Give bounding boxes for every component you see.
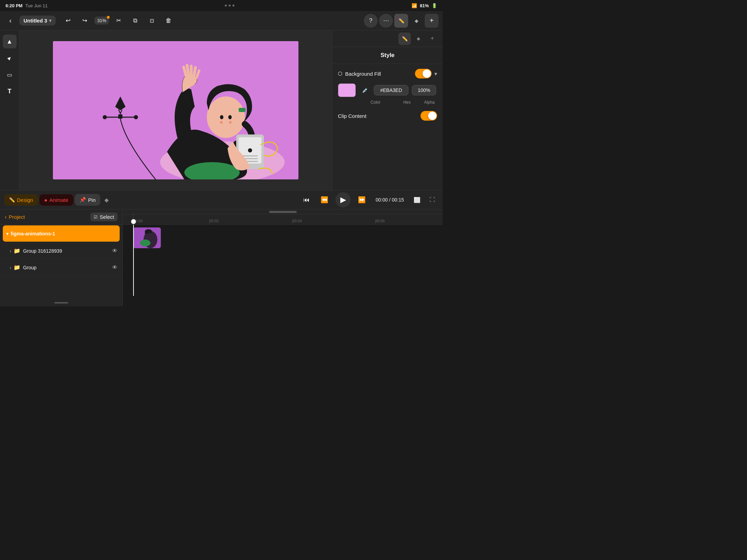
background-fill-chevron[interactable]: ▾ (434, 71, 437, 77)
style-tab[interactable]: ✏️ (398, 32, 411, 45)
rewind-button[interactable]: ⏮ (299, 193, 313, 207)
project-nav-button[interactable]: ‹ Project (5, 214, 25, 220)
play-button[interactable]: ▶ (335, 192, 351, 207)
ruler-line-3 (375, 222, 376, 224)
background-fill-section: ⬡ Background Fill ▾ 💉 #EBA3ED 100% (332, 64, 443, 125)
select-tool[interactable]: ▲ (3, 35, 17, 48)
assets-panel-button[interactable]: ◆ (409, 14, 423, 28)
clip-toggle-knob (428, 112, 436, 120)
project-title-text: Untitled 3 (24, 18, 47, 24)
visibility-icon-1[interactable]: 👁 (112, 248, 118, 254)
ruler-mark-2: 00:04 (292, 219, 302, 223)
folder-icon-2: 📁 (13, 264, 20, 271)
timeline-track[interactable]: 00:00 00:02 00:04 00:06 (123, 209, 443, 306)
scroll-area (0, 276, 122, 306)
folder-icon-1: 📁 (13, 248, 20, 254)
ruler-mark-3: 00:06 (375, 219, 385, 223)
copy-button[interactable]: ⧉ (128, 14, 142, 28)
layer-name-group1: Group 316128939 (23, 248, 112, 254)
forward-button[interactable]: ⏩ (355, 193, 369, 207)
layer-expand-icon-2[interactable]: › (10, 248, 11, 254)
toggle-knob (423, 69, 431, 78)
canvas-frame (53, 41, 298, 179)
more-options-button[interactable]: ⋯ (379, 14, 393, 28)
style-panel-button[interactable]: ✏️ (394, 14, 408, 28)
pin-icon: 📌 (80, 197, 86, 203)
paste-button[interactable]: ⊡ (145, 14, 159, 28)
project-chevron-icon: ‹ (5, 214, 7, 220)
status-right: 📶 81% 🔋 (412, 3, 437, 8)
svg-point-12 (220, 115, 223, 119)
scroll-indicator (54, 302, 68, 304)
background-fill-row: ⬡ Background Fill ▾ (338, 69, 437, 78)
status-dot-1 (225, 4, 227, 7)
timeline-scrollbar[interactable] (269, 211, 297, 213)
status-dot-2 (229, 4, 231, 7)
layer-item-group[interactable]: › 📁 Group 👁 (0, 259, 122, 276)
svg-point-11 (229, 121, 232, 124)
diamond-button[interactable]: ◆ (104, 197, 109, 203)
delete-button[interactable]: 🗑 (162, 14, 175, 28)
battery-text: 81% (420, 3, 429, 8)
left-toolbar: ▲ ▲ ▭ T (0, 30, 19, 190)
panel-tabs: ✏️ ◆ + (332, 30, 443, 47)
windowed-mode-button[interactable]: ⬜ (411, 194, 423, 206)
move-tool[interactable]: ▲ (0, 48, 19, 68)
diamond-icon: ◆ (104, 197, 109, 203)
design-mode-button[interactable]: ✏️ Design (4, 194, 38, 206)
ruler-line-1 (209, 222, 210, 224)
right-panel: ✏️ ◆ + Style ⬡ Background Fill ▾ (332, 30, 443, 190)
alpha-input[interactable]: 100% (412, 85, 436, 95)
fullscreen-button[interactable]: ⛶ (426, 194, 439, 206)
cut-button[interactable]: ✂ (112, 14, 126, 28)
select-checkbox-icon: ☑ (94, 215, 98, 220)
battery-icon: 🔋 (432, 3, 437, 8)
svg-point-16 (248, 148, 252, 152)
timeline-ruler: 00:00 00:02 00:04 00:06 (123, 214, 443, 225)
hex-input[interactable]: #EBA3ED (374, 85, 408, 95)
undo-button[interactable]: ↩ (61, 14, 75, 28)
background-fill-toggle[interactable] (415, 69, 432, 78)
add-layer-tab[interactable]: + (426, 32, 439, 45)
svg-rect-4 (118, 114, 122, 119)
eyedropper-button[interactable]: 💉 (359, 85, 370, 96)
layer-expand-icon[interactable]: ▾ (6, 231, 9, 236)
playhead-marker (131, 219, 136, 224)
color-swatch[interactable] (338, 83, 356, 97)
paint-bucket-icon: ⬡ (338, 71, 342, 77)
select-button[interactable]: ☑ Select (90, 213, 118, 221)
alpha-label: Alpha (422, 100, 437, 105)
wifi-icon: 📶 (412, 3, 417, 8)
assets-tab[interactable]: ◆ (412, 32, 425, 45)
redo-button[interactable]: ↪ (78, 14, 92, 28)
canvas-area[interactable] (19, 30, 332, 190)
hex-label: Hex (396, 100, 418, 105)
visibility-icon-2[interactable]: 👁 (112, 264, 118, 271)
illustration-svg (53, 41, 298, 179)
clip-block[interactable] (133, 227, 161, 248)
rect-tool[interactable]: ▭ (3, 68, 17, 82)
svg-rect-9 (239, 108, 246, 112)
layer-name-figma: figma-animations-1 (11, 231, 116, 236)
back-button[interactable]: ‹ (4, 15, 17, 27)
pin-mode-button[interactable]: 📌 Pin (75, 194, 101, 206)
ruler-mark-1: 00:02 (209, 219, 219, 223)
clip-content-row: Clip Content (338, 111, 437, 121)
clip-content-label: Clip Content (338, 113, 367, 119)
text-tool[interactable]: T (3, 84, 17, 98)
add-button[interactable]: + (425, 14, 439, 28)
back-button-playback[interactable]: ⏪ (317, 193, 331, 207)
svg-point-10 (220, 121, 223, 124)
background-fill-label: ⬡ Background Fill (338, 71, 381, 77)
layer-item-figma-animations[interactable]: ▾ figma-animations-1 (3, 225, 120, 242)
clip-content-toggle[interactable] (421, 111, 437, 121)
zoom-control[interactable]: 31% (94, 17, 109, 25)
help-button[interactable]: ? (364, 14, 378, 28)
project-title-button[interactable]: Untitled 3 ▾ (19, 16, 56, 26)
clip-thumbnail (133, 227, 161, 248)
layer-item-group-316128939[interactable]: › 📁 Group 316128939 👁 (0, 243, 122, 259)
layer-expand-icon-3[interactable]: › (10, 265, 11, 270)
layers-header: ‹ Project ☑ Select (0, 209, 122, 225)
timeline-content[interactable] (123, 225, 443, 296)
animate-mode-button[interactable]: ● Animate (39, 194, 73, 206)
